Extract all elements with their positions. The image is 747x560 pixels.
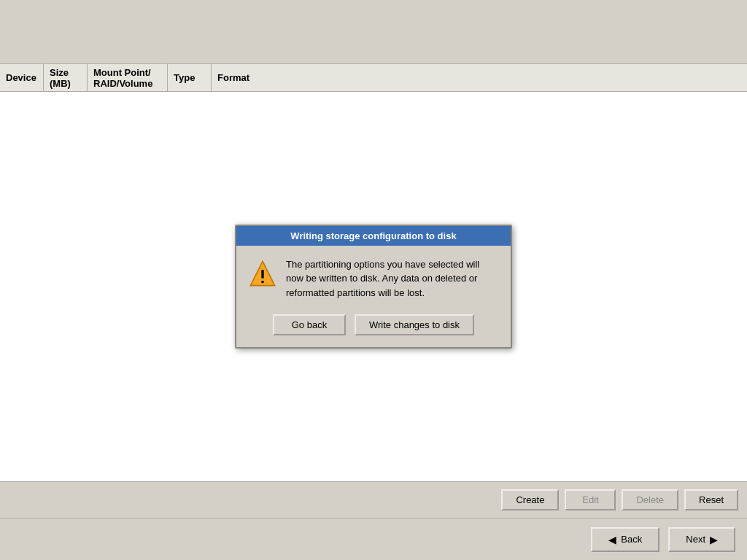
back-arrow-icon: ◀: [608, 534, 616, 545]
main-content: Writing storage configuration to disk Th…: [0, 92, 747, 481]
dialog-message: The partitioning options you have select…: [286, 257, 499, 300]
top-banner: [0, 0, 747, 64]
next-button[interactable]: Next ▶: [668, 527, 735, 552]
write-changes-dialog: Writing storage configuration to disk Th…: [235, 225, 512, 349]
back-label: Back: [621, 534, 642, 545]
partition-table-header: Device Size (MB) Mount Point/ RAID/Volum…: [0, 64, 747, 92]
dialog-title: Writing storage configuration to disk: [236, 226, 511, 246]
next-label: Next: [686, 534, 705, 545]
go-back-button[interactable]: Go back: [273, 314, 346, 335]
create-button[interactable]: Create: [501, 489, 559, 510]
warning-icon: [248, 259, 277, 288]
write-changes-button[interactable]: Write changes to disk: [355, 314, 474, 335]
dialog-body: The partitioning options you have select…: [236, 246, 511, 309]
svg-rect-1: [261, 270, 263, 279]
next-arrow-icon: ▶: [710, 534, 718, 545]
svg-rect-2: [261, 281, 263, 283]
delete-button[interactable]: Delete: [622, 489, 678, 510]
nav-footer: ◀ Back Next ▶: [0, 518, 747, 560]
bottom-toolbar: Create Edit Delete Reset: [0, 481, 747, 518]
column-mountpoint: Mount Point/ RAID/Volume: [88, 64, 168, 91]
column-format: Format: [212, 64, 263, 91]
edit-button[interactable]: Edit: [565, 489, 616, 510]
modal-backdrop: Writing storage configuration to disk Th…: [0, 92, 747, 481]
column-device: Device: [0, 64, 44, 91]
dialog-buttons: Go back Write changes to disk: [236, 308, 511, 347]
column-type: Type: [168, 64, 212, 91]
reset-button[interactable]: Reset: [684, 489, 738, 510]
back-button[interactable]: ◀ Back: [591, 527, 659, 552]
column-size: Size (MB): [44, 64, 88, 91]
